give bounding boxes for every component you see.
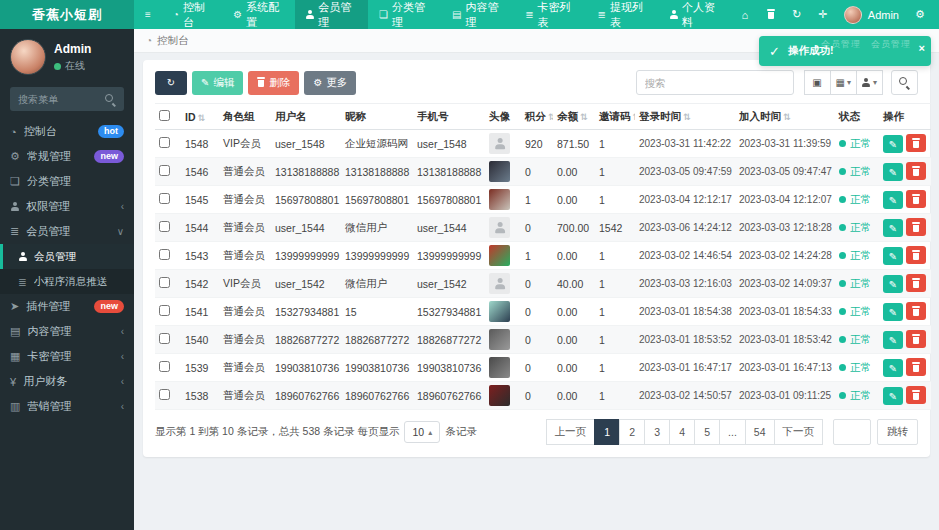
row-checkbox[interactable] [159,165,170,176]
yen-icon: ¥ [10,376,16,388]
table-search-input[interactable] [636,70,794,95]
delete-row-button[interactable] [906,218,926,236]
page-2[interactable]: 2 [619,419,645,445]
delete-row-button[interactable] [906,162,926,180]
sidebar-item-内容管理[interactable]: ▤内容管理‹ [0,319,134,344]
row-checkbox[interactable] [159,277,170,288]
column-role[interactable]: ID⇅ [181,104,219,130]
sidebar-item-卡密管理[interactable]: ▦卡密管理‹ [0,344,134,369]
refresh-button[interactable]: ↻ [155,71,187,95]
search-button[interactable] [891,70,918,95]
edit-row-button[interactable]: ✎ [883,275,903,293]
delete-row-button[interactable] [906,274,926,292]
topnav-item-0[interactable]: ≡ [134,0,162,29]
column-status[interactable]: 加入时间⇅ [735,104,835,130]
page-3[interactable]: 3 [644,419,670,445]
sidebar-item-权限管理[interactable]: 权限管理‹ [0,194,134,219]
page-54[interactable]: 54 [745,419,775,445]
page-...[interactable]: ... [719,419,746,445]
sidebar-item-常规管理[interactable]: ⚙常规管理new [0,144,134,169]
delete-row-button[interactable] [906,302,926,320]
page-prev[interactable]: 上一页 [546,419,596,445]
sort-icon[interactable]: ⇅ [198,113,206,123]
delete-row-button[interactable] [906,190,926,208]
topnav-item-8[interactable]: 个人资料 [659,0,732,29]
row-checkbox[interactable] [159,137,170,148]
sidebar-item-控制台[interactable]: ◔控制台hot [0,119,134,144]
sidebar-item-分类管理[interactable]: ❏分类管理 [0,169,134,194]
sidebar-item-营销管理[interactable]: ▥营销管理‹ [0,394,134,419]
trash-button[interactable] [758,0,784,29]
edit-row-button[interactable]: ✎ [883,219,903,237]
sort-icon[interactable]: ⇅ [633,112,636,122]
cell-id: 1540 [181,326,219,354]
row-checkbox[interactable] [159,305,170,316]
refresh-button[interactable]: ↻ [784,0,810,29]
row-checkbox[interactable] [159,333,170,344]
select-all-checkbox[interactable] [159,110,170,121]
edit-row-button[interactable]: ✎ [883,331,903,349]
delete-row-button[interactable] [906,134,926,152]
topnav-item-4[interactable]: ❏分类管理 [368,0,441,29]
per-page-select[interactable]: 10▴ [404,421,440,443]
topnav-item-1[interactable]: ◔控制台 [162,0,222,29]
topnav-item-5[interactable]: ▤内容管理 [441,0,514,29]
delete-row-button[interactable] [906,246,926,264]
column-join_time[interactable]: 登录时间⇅ [635,104,735,130]
sort-icon[interactable]: ⇅ [548,112,553,122]
column-balance[interactable]: 积分⇅ [521,104,553,130]
edit-row-button[interactable]: ✎ [883,135,903,153]
cell-login_time: 2023-03-01 18:54:38 [635,298,735,326]
expand-button[interactable]: ✛ [810,0,836,29]
columns-button[interactable]: ▦▾ [830,70,857,95]
view-toggle-button[interactable]: ▣ [804,70,831,95]
edit-row-button[interactable]: ✎ [883,387,903,405]
topnav-item-3[interactable]: 会员管理 [295,0,368,29]
home-button[interactable]: ⌂ [732,0,758,29]
edit-row-button[interactable]: ✎ [883,303,903,321]
edit-row-button[interactable]: ✎ [883,191,903,209]
topnav-item-6[interactable]: ≣卡密列表 [514,0,586,29]
topnav-item-7[interactable]: ≣提现列表 [587,0,659,29]
edit-row-button[interactable]: ✎ [883,247,903,265]
delete-row-button[interactable] [906,386,926,404]
delete-row-button[interactable] [906,358,926,376]
column-invite_code[interactable]: 余额⇅ [553,104,595,130]
sort-icon[interactable]: ⇅ [783,112,791,122]
sidebar-item-sub-会员管理[interactable]: 会员管理 [0,244,134,269]
page-jump-button[interactable]: 跳转 [877,419,918,445]
edit-row-button[interactable]: ✎ [883,163,903,181]
topnav-item-2[interactable]: ⚙系统配置 [222,0,295,29]
cell-join_time: 2023-03-01 09:11:25 [735,382,835,410]
chevron-down-icon: ∨ [117,226,124,237]
user-menu[interactable]: Admin [836,6,907,24]
sidebar-item-会员管理[interactable]: ≣会员管理∨ [0,219,134,244]
row-checkbox[interactable] [159,361,170,372]
cell-username: 18960762766 [271,382,341,410]
sort-icon[interactable]: ⇅ [683,112,691,122]
row-checkbox[interactable] [159,249,170,260]
cogs-icon[interactable]: ⚙ [907,0,933,29]
edit-row-button[interactable]: ✎ [883,359,903,377]
page-4[interactable]: 4 [669,419,695,445]
row-checkbox[interactable] [159,389,170,400]
page-1[interactable]: 1 [594,419,620,445]
row-checkbox[interactable] [159,221,170,232]
page-5[interactable]: 5 [694,419,720,445]
edit-button[interactable]: ✎编辑 [192,71,243,95]
page-next[interactable]: 下一页 [774,419,824,445]
column-login_time[interactable]: 邀请码⇅ [595,104,635,130]
delete-button[interactable]: 删除 [248,71,299,95]
close-icon[interactable]: × [919,43,925,54]
sidebar-item-插件管理[interactable]: ➤插件管理new [0,294,134,319]
export-button[interactable]: ▾ [856,70,883,95]
sidebar-item-sub-小程序消息推送[interactable]: ≣小程序消息推送 [0,269,134,294]
sidebar-item-用户财务[interactable]: ¥用户财务‹ [0,369,134,394]
delete-row-button[interactable] [906,330,926,348]
more-button[interactable]: ⚙更多 [304,71,356,95]
cell-points: 0 [521,214,553,242]
page-jump-input[interactable] [833,419,871,445]
sort-icon[interactable]: ⇅ [580,112,588,122]
search-icon[interactable] [105,94,116,105]
row-checkbox[interactable] [159,193,170,204]
